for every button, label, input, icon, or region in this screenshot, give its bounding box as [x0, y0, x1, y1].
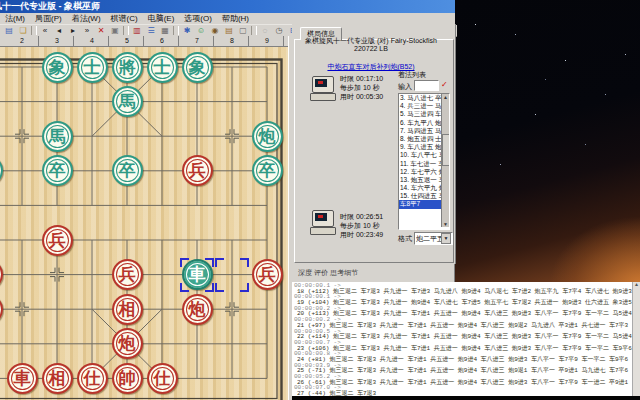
prev-move-icon[interactable]: ◂ [52, 25, 66, 37]
analysis-variation: 18 (+112) 炮三退二 车7退3 兵九进一 车7进3 马九进八 炮9进4 … [294, 289, 632, 295]
screen: 旋风十一代专业版 - 象棋巫师 法(M)局面(P)着法(W)棋谱(C)电脑(E)… [0, 0, 640, 400]
book-icon[interactable]: ▥ [130, 25, 144, 37]
analysis-variation: 26 (-61) 炮三退二 车7退3 兵九进一 车7进1 兵五进一 炮9进4 车… [294, 380, 632, 386]
format-label: 格式 [398, 234, 412, 244]
player-icon[interactable]: ☺ [194, 25, 208, 37]
scroll-up-icon[interactable]: ▲ [443, 94, 448, 100]
hint-icon[interactable]: ◌ [258, 25, 272, 37]
move-list[interactable]: 3. 马八进七 卒3进14. 兵三进一 马2进35. 马三进四 车1平26. 车… [398, 93, 450, 230]
clock-icon[interactable]: ◷ [272, 25, 286, 37]
delete-icon[interactable]: ✕ [94, 25, 108, 37]
piece-馬[interactable]: 馬 [112, 86, 143, 117]
move-list-title: 着法列表 [398, 70, 426, 80]
scroll-down-icon[interactable]: ▼ [443, 221, 448, 227]
piece-士[interactable]: 士 [77, 52, 108, 83]
desktop-wallpaper [455, 0, 640, 284]
piece-兵[interactable]: 兵 [112, 259, 143, 290]
menu-item[interactable]: 局面(P) [30, 13, 67, 24]
opening-link[interactable]: 中炮右直车对后补列炮(B52) [292, 62, 450, 72]
title-bar[interactable]: 旋风十一代专业版 - 象棋巫师 [0, 0, 455, 13]
piece-兵[interactable]: 兵 [182, 155, 213, 186]
exit-door-icon[interactable]: ▤ [222, 25, 236, 37]
stars-decoration [475, 24, 476, 25]
bottom-strip [292, 396, 640, 400]
piece-相[interactable]: 相 [112, 294, 143, 325]
file-number: 5 [110, 36, 145, 46]
board-window-icon[interactable]: ▢ [236, 25, 250, 37]
piece-炮[interactable]: 炮 [182, 294, 213, 325]
piece-帥[interactable]: 帥 [112, 363, 143, 394]
move-list-icon[interactable]: ☰ [144, 25, 158, 37]
toolbar-separator [31, 26, 37, 35]
analysis-variation: 24 (+81) 炮三退二 车7退3 兵九进一 车7进1 兵五进一 炮9进4 车… [294, 357, 632, 363]
xiangqi-board[interactable]: 23456789 象士將士象馬馬炮卒卒卒兵卒兵兵兵車兵車相炮炮車相仕帥仕 [0, 36, 288, 400]
red-time-used: 用时 00:23:49 [340, 230, 383, 240]
next-move-icon[interactable]: ▸ [66, 25, 80, 37]
piece-卒[interactable]: 卒 [42, 155, 73, 186]
menu-item[interactable]: 法(M) [0, 13, 30, 24]
piece-士[interactable]: 士 [147, 52, 178, 83]
menu-item[interactable]: 选项(O) [179, 13, 217, 24]
move-input-field[interactable] [414, 80, 439, 91]
analysis-variation: 23 (+106) 炮三退二 车7退3 兵九进一 车7进1 兵五进一 炮9进4 … [294, 346, 632, 352]
toolbar-separator [173, 26, 179, 35]
toolbar-separator [251, 26, 257, 35]
piece-仕[interactable]: 仕 [147, 363, 178, 394]
computer-icon-black [310, 76, 336, 102]
piece-卒[interactable]: 卒 [112, 155, 143, 186]
scrollbar-thumb[interactable] [442, 134, 450, 166]
move-input-label: 输入 [398, 82, 412, 92]
piece-車[interactable]: 車 [7, 363, 38, 394]
menu-item[interactable]: 棋谱(C) [106, 13, 143, 24]
first-move-icon[interactable]: « [38, 25, 52, 37]
analysis-variation: 19 (+104) 炮三退二 车7退3 兵九进一 炮9进4 车八进七 车7进5 … [294, 300, 632, 306]
piece-炮[interactable]: 炮 [252, 121, 283, 152]
analysis-log[interactable]: 00:00:00.1 ->18 (+112) 炮三退二 车7退3 兵九进一 车7… [292, 282, 640, 396]
piece-象[interactable]: 象 [42, 52, 73, 83]
input-confirm-icon[interactable]: ✓ [441, 80, 448, 89]
piece-將[interactable]: 將 [112, 52, 143, 83]
dropdown-arrow-icon[interactable]: ▼ [441, 233, 451, 244]
log-scrollbar[interactable]: ▲ [632, 282, 640, 396]
analysis-variation: 21 (+97) 炮三退二 车7退3 兵九进一 车7进1 兵五进一 炮9进4 车… [294, 323, 632, 329]
file-number: 2 [5, 36, 40, 46]
board-grid [0, 46, 286, 400]
menu-item[interactable]: 着法(W) [67, 13, 106, 24]
piece-相[interactable]: 相 [42, 363, 73, 394]
players-line2: 220722 LB [292, 45, 450, 52]
open-book-icon[interactable]: ▤ [2, 25, 16, 37]
scroll-up-icon[interactable]: ▲ [635, 282, 638, 288]
piece-兵[interactable]: 兵 [252, 259, 283, 290]
black-time-used: 用时 00:05:30 [340, 92, 383, 102]
folder-icon[interactable]: ❏ [16, 25, 30, 37]
last-move-icon[interactable]: » [80, 25, 94, 37]
file-number: 8 [215, 36, 250, 46]
analysis-header: 深度 评价 思考细节 [292, 264, 455, 282]
piece-卒[interactable]: 卒 [252, 155, 283, 186]
piece-馬[interactable]: 馬 [42, 121, 73, 152]
paste-icon[interactable]: ▣ [108, 25, 122, 37]
analysis-variation: 20 (+113) 炮三退二 车7退3 兵九进一 车7进1 兵五进一 炮9进4 … [294, 311, 632, 317]
file-number: 4 [75, 36, 110, 46]
settings-gear-icon[interactable]: ✱ [180, 25, 194, 37]
piece-炮[interactable]: 炮 [112, 328, 143, 359]
piece-兵[interactable]: 兵 [42, 225, 73, 256]
piece-車[interactable]: 車 [182, 259, 213, 290]
info-panel: 棋局信息 象棋旋风十一代专业版 (对) Fairy-Stockfish 2207… [292, 24, 456, 264]
menu-item[interactable]: 帮助(H) [217, 13, 254, 24]
window-title: 旋风十一代专业版 - 象棋巫师 [0, 0, 100, 13]
move-list-scrollbar[interactable]: ▲ ▼ [441, 94, 449, 227]
computer-icon-red [310, 210, 336, 236]
file-ruler: 23456789 [0, 36, 288, 47]
file-number: 7 [180, 36, 215, 46]
file-number: 6 [145, 36, 180, 46]
piece-仕[interactable]: 仕 [77, 363, 108, 394]
eye-icon[interactable]: ◉ [208, 25, 222, 37]
file-number: 9 [250, 36, 285, 46]
analysis-variation: 22 (+114) 炮三退二 车7退3 兵九进一 车7进1 兵五进一 炮9进4 … [294, 334, 632, 340]
menu-item[interactable]: 电脑(E) [143, 13, 180, 24]
piece-象[interactable]: 象 [182, 52, 213, 83]
analysis-variation: 25 (-71) 炮三退二 车7退3 兵九进一 车7进1 兵五进一 炮9进4 车… [294, 368, 632, 374]
grid-icon[interactable]: ▦ [158, 25, 172, 37]
file-number: 3 [40, 36, 75, 46]
